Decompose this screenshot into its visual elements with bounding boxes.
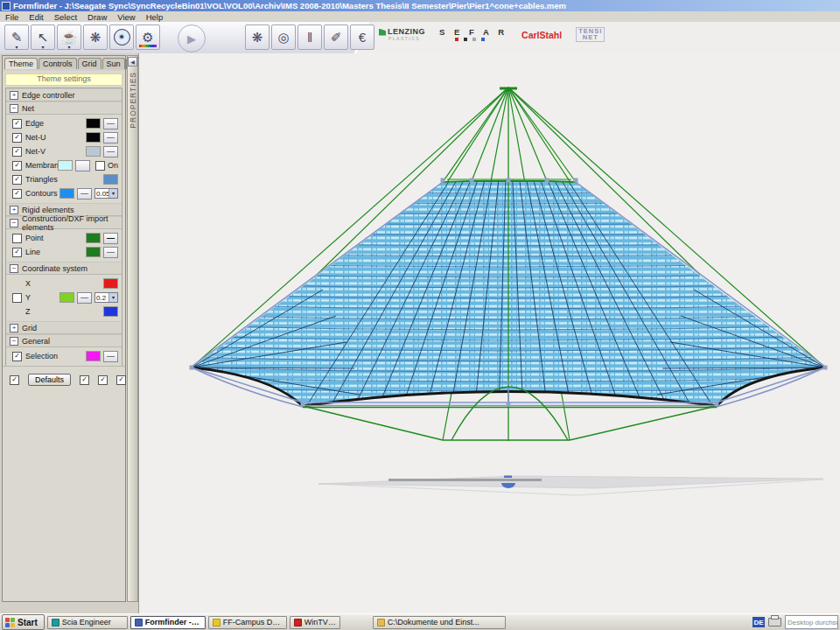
group-label: Edge controller bbox=[22, 91, 75, 100]
theme-row-net-v: ✓Net-V— bbox=[6, 144, 122, 158]
y-color-swatch[interactable] bbox=[60, 292, 74, 303]
membrane-color-swatch[interactable] bbox=[58, 160, 73, 171]
theme-row-triangles: ✓Triangles bbox=[6, 172, 122, 186]
start-button[interactable]: Start bbox=[2, 614, 45, 630]
footer-checkbox-3[interactable]: ✓ bbox=[116, 375, 126, 385]
group-grid[interactable]: +Grid bbox=[6, 321, 122, 334]
footer-checkbox-1[interactable]: ✓ bbox=[80, 375, 89, 385]
camera-button[interactable]: ◎ bbox=[271, 24, 296, 50]
expand-collapse-icon[interactable]: − bbox=[10, 264, 18, 273]
menu-file[interactable]: File bbox=[0, 12, 24, 22]
dropdown-arrow-icon[interactable]: ▾ bbox=[67, 44, 70, 50]
group-rows: ✓Selection— bbox=[6, 347, 122, 366]
pencil-icon: ✎ bbox=[11, 31, 23, 44]
on-checkbox[interactable] bbox=[95, 161, 105, 171]
y-checkbox[interactable] bbox=[12, 293, 22, 303]
expand-collapse-icon[interactable]: − bbox=[10, 219, 18, 228]
menu-select[interactable]: Select bbox=[49, 12, 82, 22]
point-color-swatch[interactable] bbox=[86, 233, 101, 243]
tab-controls[interactable]: Controls bbox=[38, 58, 77, 69]
support-marker bbox=[504, 476, 512, 479]
line-style-button[interactable]: — bbox=[103, 233, 118, 244]
pencil-button[interactable]: ✎▾ bbox=[4, 24, 29, 50]
vitruvian-man-button[interactable]: ✴ bbox=[109, 24, 134, 50]
desktop-search-input[interactable]: Desktop durchsuchen bbox=[785, 615, 838, 629]
group-coordinate-system[interactable]: −Coordinate system bbox=[6, 262, 122, 275]
play-icon: ▶ bbox=[187, 32, 196, 46]
net-u-checkbox[interactable]: ✓ bbox=[12, 133, 22, 143]
expand-collapse-icon[interactable]: + bbox=[10, 91, 18, 100]
menu-help[interactable]: Help bbox=[141, 12, 169, 22]
menu-edit[interactable]: Edit bbox=[24, 12, 48, 22]
line-style-button[interactable]: — bbox=[77, 292, 92, 304]
contours-dropdown[interactable]: 0.05▾ bbox=[94, 188, 118, 199]
group-edge-controller[interactable]: +Edge controller bbox=[6, 88, 122, 102]
point-checkbox[interactable] bbox=[12, 234, 22, 243]
membrane-checkbox[interactable]: ✓ bbox=[12, 161, 22, 171]
cursor-button[interactable]: ↖▾ bbox=[31, 24, 55, 50]
net-v-checkbox[interactable]: ✓ bbox=[12, 147, 22, 157]
selection-checkbox[interactable]: ✓ bbox=[12, 352, 22, 361]
net-u-color-swatch[interactable] bbox=[86, 132, 101, 143]
y-dropdown[interactable]: 0.2▾ bbox=[94, 292, 118, 303]
euro-button[interactable]: € bbox=[350, 24, 374, 50]
edge-checkbox[interactable]: ✓ bbox=[12, 119, 22, 129]
expand-collapse-icon[interactable]: − bbox=[10, 104, 18, 113]
fabric-rolls-button[interactable]: ‖ bbox=[298, 24, 322, 50]
expand-collapse-icon[interactable]: + bbox=[10, 324, 18, 332]
row-label: Net-V bbox=[25, 147, 86, 156]
task-ff-campus[interactable]: FF-Campus Dessau Scre... bbox=[208, 616, 287, 629]
expand-collapse-icon[interactable]: − bbox=[10, 337, 18, 346]
edge-color-swatch[interactable] bbox=[86, 118, 101, 129]
line-checkbox[interactable]: ✓ bbox=[12, 248, 22, 257]
group-rows: XY—0.2▾Z bbox=[6, 275, 122, 321]
collapse-panel-arrow-icon[interactable]: ◀ bbox=[128, 57, 137, 66]
defaults-button[interactable]: Defaults bbox=[28, 374, 71, 386]
row-label: Selection bbox=[25, 352, 86, 360]
selection-color-swatch[interactable] bbox=[86, 351, 101, 361]
brush-button[interactable]: ✐ bbox=[324, 24, 348, 50]
footer-checkbox-0[interactable]: ✓ bbox=[10, 375, 19, 385]
triangles-color-swatch[interactable] bbox=[103, 174, 118, 185]
expand-collapse-icon[interactable]: + bbox=[10, 206, 18, 214]
printer-icon[interactable] bbox=[768, 618, 781, 626]
triangles-checkbox[interactable]: ✓ bbox=[12, 175, 22, 185]
net-v-color-swatch[interactable] bbox=[86, 146, 101, 157]
z-color-swatch[interactable] bbox=[103, 306, 118, 317]
language-indicator[interactable]: DE bbox=[752, 617, 765, 627]
dropdown-arrow-icon[interactable]: ▾ bbox=[15, 44, 18, 50]
group-general[interactable]: −General bbox=[6, 334, 122, 347]
theme-row-z: Z bbox=[6, 304, 122, 318]
gear-rainbow-button[interactable]: ⚙ bbox=[136, 24, 160, 50]
menu-view[interactable]: View bbox=[112, 12, 140, 22]
line-style-button[interactable]: — bbox=[77, 188, 92, 200]
contours-color-swatch[interactable] bbox=[60, 188, 74, 199]
group-net[interactable]: −Net bbox=[6, 102, 122, 115]
molecule-button[interactable]: ❋ bbox=[83, 24, 108, 50]
line-color-swatch[interactable] bbox=[86, 247, 101, 257]
line-style-button[interactable] bbox=[75, 160, 90, 172]
line-style-button[interactable]: — bbox=[103, 146, 118, 158]
footer-checkbox-2[interactable]: ✓ bbox=[98, 375, 108, 385]
viewport[interactable] bbox=[138, 53, 840, 613]
line-style-button[interactable]: — bbox=[103, 351, 118, 362]
line-style-button[interactable]: — bbox=[103, 247, 118, 258]
task-c-dokumente[interactable]: C:\Dokumente und Einst... bbox=[373, 616, 506, 629]
x-color-swatch[interactable] bbox=[103, 278, 118, 289]
dropdown-arrow-icon[interactable]: ▾ bbox=[41, 44, 44, 50]
task-scia[interactable]: Scia Engineer bbox=[47, 616, 128, 629]
group-construction-dxf-import-elements[interactable]: −Construction/DXF import elements bbox=[6, 216, 122, 229]
toolbar-group-tools: ✎▾↖▾☕▾❋✴⚙ bbox=[4, 24, 160, 50]
menu-draw[interactable]: Draw bbox=[82, 12, 112, 22]
play-button[interactable]: ▶ bbox=[178, 24, 206, 52]
line-style-button[interactable]: — bbox=[103, 118, 118, 130]
task-wintv32[interactable]: WinTV32 bbox=[290, 616, 340, 629]
molecule-small-button[interactable]: ❋ bbox=[245, 24, 270, 50]
tab-sun[interactable]: Sun bbox=[102, 58, 125, 69]
task-formfinder[interactable]: Formfinder - J:\Seaga... bbox=[130, 616, 206, 629]
contours-checkbox[interactable]: ✓ bbox=[12, 189, 22, 199]
tab-grid[interactable]: Grid bbox=[78, 58, 102, 69]
tab-theme[interactable]: Theme bbox=[4, 58, 38, 69]
paint-bucket-button[interactable]: ☕▾ bbox=[57, 24, 81, 50]
line-style-button[interactable]: — bbox=[103, 132, 118, 144]
